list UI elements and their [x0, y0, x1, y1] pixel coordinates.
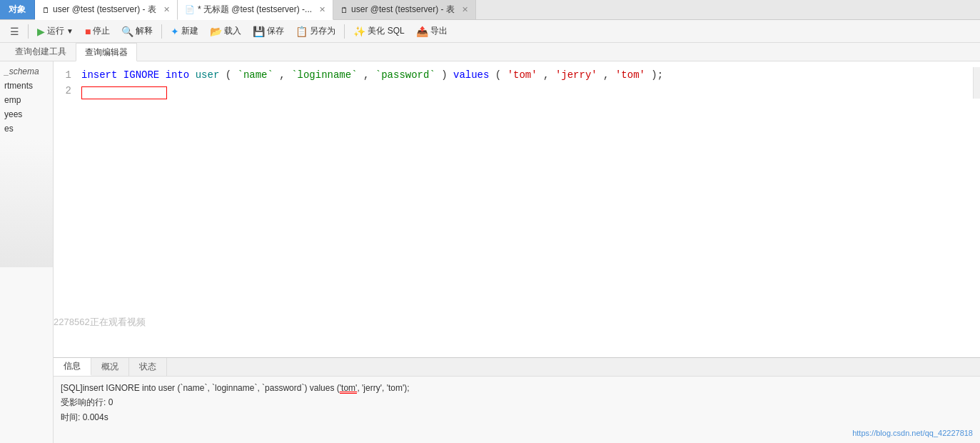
- bottom-tab-status[interactable]: 状态: [129, 358, 167, 376]
- load-icon: 📂: [210, 26, 222, 37]
- stop-icon: ■: [85, 26, 91, 37]
- export-icon: 📤: [416, 26, 428, 37]
- table-name: user: [196, 69, 220, 81]
- val-jerry: 'jerry': [555, 69, 597, 81]
- new-button[interactable]: ✦ 新建: [166, 24, 203, 39]
- sidebar: _schema rtments emp yees es: [0, 61, 54, 443]
- export-button[interactable]: 📤 导出: [412, 24, 452, 39]
- run-button[interactable]: ▶ 运行 ▼: [33, 24, 78, 39]
- sep-1: [28, 24, 29, 39]
- tab-close-2[interactable]: ✕: [319, 5, 325, 14]
- sidebar-item-departments[interactable]: rtments: [0, 79, 53, 93]
- saveas-icon: 📋: [295, 26, 308, 37]
- bottom-content: [SQL]insert IGNORE into user (`name`, `l…: [54, 377, 980, 443]
- parse-button[interactable]: 🔍 解释: [117, 24, 157, 39]
- bottom-tab-info[interactable]: 信息: [54, 358, 91, 376]
- line-numbers: 1 2: [54, 67, 79, 99]
- bottom-tab-overview[interactable]: 概况: [91, 358, 129, 376]
- editor-inner: 1 2 insert IGNORE into user ( `name`: [54, 61, 980, 104]
- affected-rows: 受影响的行: 0: [61, 395, 973, 409]
- sidebar-item-emp[interactable]: emp: [0, 93, 53, 107]
- editor-area[interactable]: 1 2 insert IGNORE into user ( `name`: [54, 61, 980, 357]
- kw-into: into: [166, 69, 190, 81]
- bottom-tabs: 信息 概况 状态: [54, 358, 980, 377]
- kw-ignore: IGNORE: [123, 69, 159, 81]
- query-icon: 📄: [185, 5, 195, 14]
- tab-close-3[interactable]: ✕: [462, 5, 468, 14]
- code-lines[interactable]: insert IGNORE into user ( `name` , `logi…: [79, 67, 973, 99]
- time-info: 时间: 0.004s: [61, 410, 973, 424]
- sep-2: [161, 24, 162, 39]
- bottom-panel: 信息 概况 状态 [SQL]insert IGNORE into user (`…: [54, 357, 980, 443]
- col-password: `password`: [375, 69, 435, 81]
- tab-close-1[interactable]: ✕: [163, 5, 170, 14]
- sep-3: [344, 24, 345, 39]
- save-button[interactable]: 💾 保存: [248, 24, 288, 39]
- red-underline-tom: 'tom': [340, 383, 358, 394]
- vertical-scrollbar[interactable]: [973, 67, 980, 99]
- save-icon: 💾: [253, 26, 265, 37]
- content-area: 1 2 insert IGNORE into user ( `name`: [54, 61, 980, 443]
- val-tom-1: 'tom': [507, 69, 537, 81]
- sidebar-item-es[interactable]: es: [0, 121, 53, 136]
- stop-button[interactable]: ■ 停止: [81, 24, 114, 39]
- saveas-button[interactable]: 📋 另存为: [291, 24, 340, 39]
- bottom-right-link: https://blog.csdn.net/qq_42227818: [852, 427, 973, 440]
- col-name: `name`: [238, 69, 273, 81]
- tab-untitled[interactable]: 📄 * 无标题 @test (testserver) -... ✕: [178, 0, 333, 20]
- sidebar-schema: _schema: [0, 64, 53, 79]
- sql-info-line: [SQL]insert IGNORE into user (`name`, `l…: [61, 381, 973, 395]
- beautify-button[interactable]: ✨ 美化 SQL: [349, 24, 408, 39]
- table-icon-2: 🗒: [340, 6, 348, 14]
- run-icon: ▶: [37, 26, 45, 37]
- code-line-1: insert IGNORE into user ( `name` , `logi…: [81, 67, 973, 83]
- object-tab[interactable]: 对象: [0, 0, 35, 19]
- sub-tab-bar: 查询创建工具 查询编辑器: [0, 43, 980, 61]
- val-tom-2: 'tom': [615, 69, 645, 81]
- parse-icon: 🔍: [121, 26, 133, 37]
- toolbar: ☰ ▶ 运行 ▼ ■ 停止 🔍 解释 ✦ 新建 📂 载入 💾 保存 📋 另存为 …: [0, 20, 980, 43]
- kw-insert: insert: [81, 69, 117, 81]
- new-icon: ✦: [171, 26, 179, 37]
- code-line-2: [81, 83, 973, 99]
- kw-values: values: [453, 69, 489, 81]
- tab-user-table-2[interactable]: 🗒 user @test (testserver) - 表 ✕: [333, 0, 476, 19]
- watermark-text: 2278562正在观看视频: [54, 316, 146, 329]
- sidebar-scroll-area: [0, 139, 53, 267]
- load-button[interactable]: 📂 载入: [206, 24, 246, 39]
- sub-tab-query-builder[interactable]: 查询创建工具: [6, 43, 76, 61]
- menu-icon: ☰: [10, 26, 19, 37]
- sub-tab-query-editor[interactable]: 查询编辑器: [76, 43, 137, 61]
- tab-user-table-1[interactable]: 🗒 user @test (testserver) - 表 ✕: [35, 0, 178, 20]
- col-loginname: `loginname`: [291, 69, 357, 81]
- sidebar-item-employees[interactable]: yees: [0, 107, 53, 121]
- red-box-annotation: [81, 86, 167, 99]
- menu-button[interactable]: ☰: [6, 24, 24, 39]
- beautify-icon: ✨: [353, 26, 365, 37]
- table-icon: 🗒: [42, 6, 50, 14]
- main-layout: _schema rtments emp yees es 1 2 insert I…: [0, 61, 980, 443]
